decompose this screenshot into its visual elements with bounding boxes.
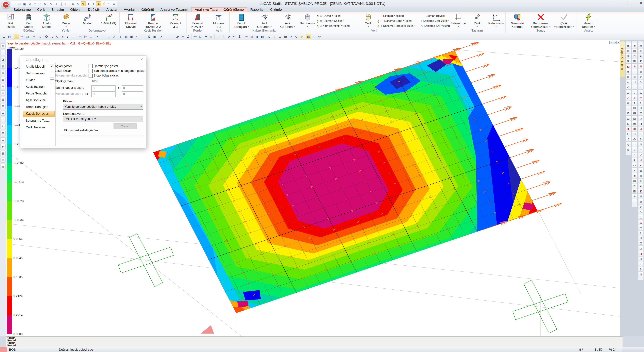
dim-vertical-icon[interactable]: ↔ <box>164 34 169 39</box>
report-tool-icon[interactable]: ▭ <box>638 225 643 230</box>
ribbon-button-as1-g-r-nen[interactable]: As1Görünen▼ <box>253 13 276 29</box>
report-tool-icon[interactable]: ◐ <box>626 106 631 110</box>
corner-tool-icon[interactable]: ↯ <box>272 34 277 39</box>
left-toolbar-icon[interactable]: ◩ <box>0 144 6 149</box>
grid-plain-icon[interactable]: ⊙ <box>317 34 322 39</box>
veri-item-d-eme-hareketli-y-kleri[interactable]: q⌇Döşeme Hareketli Yükleri <box>377 24 419 29</box>
ribbon-button-kat-model[interactable]: KatıModel <box>20 13 38 29</box>
report-tool-icon[interactable]: △ <box>626 90 631 95</box>
array-icon[interactable]: ∴ <box>71 34 76 39</box>
menu--izimler[interactable]: Çizimler <box>267 8 286 12</box>
report-tool-icon[interactable]: ◇ <box>638 210 643 214</box>
report-tool-icon[interactable]: ◇ <box>632 147 637 152</box>
report-tool-icon[interactable]: ⊞ <box>632 173 637 178</box>
ribbon-button-kat-listesi[interactable]: Katlistesi <box>2 13 20 29</box>
report-tool-icon[interactable]: ◨ <box>638 121 643 126</box>
report-tool-icon[interactable]: ▦ <box>626 43 631 48</box>
report-tool-icon[interactable]: ⊠ <box>638 64 643 69</box>
left-toolbar-icon[interactable]: ⇵ <box>0 97 6 102</box>
report-tool-icon[interactable]: ○ <box>632 85 637 90</box>
measure-icon[interactable]: ⊥ <box>88 34 94 39</box>
play-button[interactable]: Oynat <box>114 124 136 129</box>
zoom-window-icon[interactable]: ⊙ <box>2 34 6 39</box>
report-tool-icon[interactable]: ◨ <box>626 126 631 131</box>
report-tool-icon[interactable]: ▣ <box>626 59 631 64</box>
checkbox-lokal-akslar[interactable]: ✓ <box>50 69 54 73</box>
status-scale[interactable]: 1 : 50 <box>593 347 609 352</box>
ribbon-button-eksenel-kuvvet[interactable]: EksenelKuvvet <box>120 13 142 29</box>
report-tool-icon[interactable]: ◨ <box>632 189 637 194</box>
offset-icon[interactable]: ⇆ <box>49 34 54 39</box>
ribbon-button-analiz-modeli[interactable]: AnalizModeli <box>38 13 56 29</box>
left-toolbar-icon[interactable]: ◇ <box>0 164 6 169</box>
report-tool-icon[interactable]: ⊟ <box>638 126 643 131</box>
chamfer-icon[interactable]: ◜ <box>134 34 139 39</box>
report-tool-icon[interactable]: ◧ <box>632 126 637 131</box>
checkbox-tanimli-aralik[interactable] <box>50 86 54 90</box>
report-tool-icon[interactable]: ▭ <box>632 163 637 168</box>
menu--elik[interactable]: Çelik <box>34 8 48 12</box>
ribbon-button-kesme-kuvveti-2-2[interactable]: Kesmekuvveti 2-2 <box>142 13 164 29</box>
report-tool-icon[interactable]: ◎ <box>626 142 631 147</box>
report-tool-icon[interactable]: ▱ <box>638 74 643 79</box>
ribbon-button-eksenel-kuvvet[interactable]: EksenelKuvvet▼ <box>187 13 208 29</box>
checkbox-sicak-bolge[interactable] <box>88 74 92 78</box>
ribbon-button-analiz-tasar-m[interactable]: AnalizTasarım▼ <box>576 13 601 29</box>
window-close-button[interactable]: ✕ <box>637 1 644 5</box>
checkbox-aglari-goster[interactable]: ✓ <box>50 64 54 68</box>
report-tool-icon[interactable]: ◧ <box>638 59 643 64</box>
m2-tool-icon[interactable]: ▱ <box>175 34 180 39</box>
report-tool-icon[interactable]: ▣ <box>632 121 637 126</box>
report-tool-icon[interactable]: ▽ <box>632 90 637 95</box>
menu-analiz-ve-tasar-m[interactable]: Analiz ve Tasarım <box>157 8 191 12</box>
toolbar-grip[interactable]: ···· <box>638 42 644 43</box>
scale-factor-input[interactable]: 1000 <box>90 79 116 84</box>
toolbar-grip[interactable]: ···· <box>632 42 637 43</box>
toolbar-expander[interactable]: ▸ <box>632 204 637 206</box>
report-tool-icon[interactable]: ▤ <box>638 43 643 48</box>
wireframe-icon[interactable]: ↰ <box>221 34 226 39</box>
report-tool-icon[interactable]: ▱ <box>626 80 631 84</box>
report-tool-icon[interactable]: ◬ <box>638 220 643 225</box>
dialog-list-item--elik-tasar-m[interactable]: Çelik Tasarım <box>23 125 55 130</box>
ribbon-button-veri-betonarme[interactable]: Betonarme▼ <box>300 13 316 29</box>
visualization-dialog[interactable]: Görselleştirme ✕ Analiz ModeliDeformasyo… <box>20 56 146 148</box>
report-tool-icon[interactable]: ◧ <box>626 64 631 69</box>
page-split-icon[interactable]: ▯ <box>209 34 214 39</box>
dialog-list-item-temel-sonu-lar-[interactable]: Temel Sonuçları <box>23 104 55 110</box>
left-toolbar-icon[interactable]: ▤ <box>0 44 6 49</box>
left-toolbar-icon[interactable]: ▦ <box>0 77 6 82</box>
report-tool-icon[interactable]: ▥ <box>638 48 643 53</box>
dialog-list-item-kabuk-sonu-lar-[interactable]: Kabuk Sonuçları <box>23 111 55 117</box>
dim-xy-icon[interactable]: ⇗ <box>226 34 231 39</box>
report-tool-icon[interactable]: ▥ <box>638 178 643 183</box>
veri-item-duvar-y-kleri[interactable]: d▤Duvar Yükleri <box>316 14 360 19</box>
report-tool-icon[interactable]: ● <box>638 163 643 168</box>
report-tool-icon[interactable]: ◍ <box>638 199 643 204</box>
report-tool-icon[interactable]: ● <box>632 100 637 105</box>
window-minimize-button[interactable]: ─ <box>612 1 620 5</box>
command-history[interactable]: *İptal*Komut :*İptal*Komut : <box>6 336 622 347</box>
angle-dim-icon[interactable]: m² <box>180 34 185 39</box>
left-toolbar-icon[interactable]: ⌗ <box>0 158 6 163</box>
menu-g-r-nt-[interactable]: Görüntü <box>138 8 157 12</box>
poly-tool-icon[interactable]: ∟ <box>278 34 282 39</box>
report-tool-icon[interactable]: ▯ <box>638 132 643 136</box>
elevation-icon[interactable]: ⊾ <box>198 34 203 39</box>
note-icon[interactable]: ▤ <box>25 34 30 39</box>
report-tool-icon[interactable]: ◐ <box>632 168 637 173</box>
report-tool-icon[interactable]: ◫ <box>638 241 643 246</box>
report-tool-icon[interactable]: ▦ <box>632 106 637 110</box>
veri-item-kiri-hareketli-y-kleri[interactable]: q⌸Kiriş Hareketli Yükleri <box>316 24 360 29</box>
dim-horizontal-icon[interactable]: ✕ <box>159 34 164 39</box>
zoom-object-icon[interactable]: ⊡ <box>7 34 12 39</box>
ribbon-button-as2-g-r-nen[interactable]: As2Görünen▼ <box>276 13 299 29</box>
veri-item-kaplama-zati-y-kleri[interactable]: ⌇Kaplama Zati Yükleri <box>420 19 448 24</box>
menu-ara-lar[interactable]: Araçlar <box>103 8 121 12</box>
report-tool-icon[interactable]: ⊠ <box>632 132 637 136</box>
left-toolbar-icon[interactable]: ◫ <box>0 50 6 55</box>
report-tool-icon[interactable]: ◎ <box>632 74 637 79</box>
report-tool-icon[interactable]: ◻ <box>626 121 631 126</box>
mdi-restore-button[interactable]: ❐ <box>613 41 617 44</box>
left-toolbar-icon[interactable]: ⧉ <box>0 104 6 109</box>
